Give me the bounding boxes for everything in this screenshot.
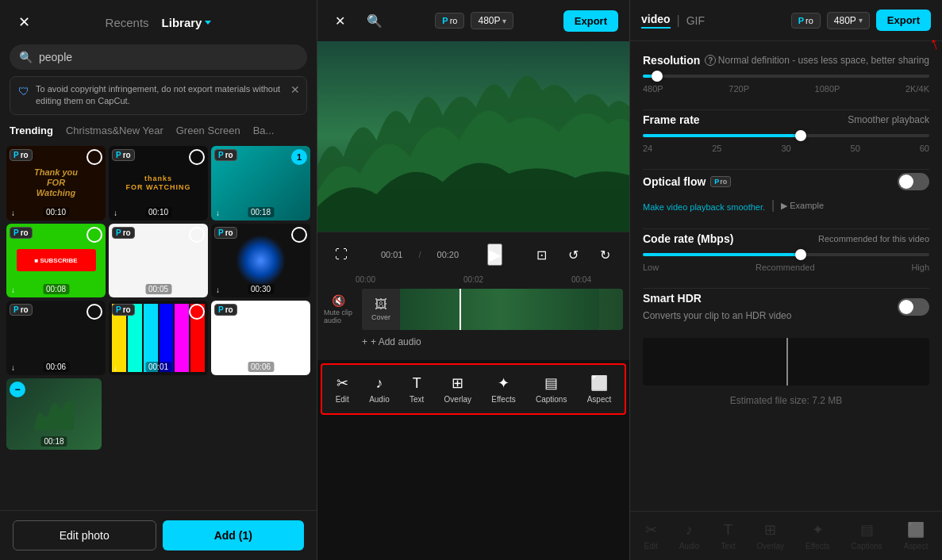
framerate-description: Smoother playback <box>848 114 929 125</box>
tab-library-dropdown[interactable]: Library <box>162 16 212 29</box>
resolution-slider[interactable] <box>643 75 929 78</box>
quality-selector[interactable]: 480P ▾ <box>827 12 870 29</box>
edit-photo-button[interactable]: Edit photo <box>13 520 156 550</box>
tab-library[interactable]: Library <box>162 16 202 29</box>
scissors-icon-disabled: ✂ <box>645 521 657 539</box>
example-link[interactable]: ▶ Example <box>781 201 824 211</box>
list-item[interactable]: Pro 1 ↓ 00:18 <box>211 146 310 221</box>
pro-badge: Pro <box>791 13 821 29</box>
export-tabs: video | GIF <box>641 13 705 29</box>
tab-gif[interactable]: GIF <box>686 14 705 27</box>
select-circle[interactable] <box>87 227 102 243</box>
divider-2 <box>643 169 929 170</box>
select-circle[interactable] <box>291 227 307 243</box>
list-item[interactable]: Pro ↓ 00:01 <box>109 301 208 375</box>
tool-text-disabled: T Text <box>716 519 740 554</box>
copy-button[interactable]: ⊡ <box>531 244 553 266</box>
export-button[interactable]: Export <box>563 10 618 32</box>
expand-button[interactable]: ⛶ <box>330 244 352 266</box>
add-button[interactable]: Add (1) <box>163 520 305 550</box>
select-circle[interactable] <box>189 227 205 243</box>
list-item[interactable]: Pro ↓ 00:05 <box>109 224 208 298</box>
list-item[interactable]: Pro ↓ 00:06 <box>6 301 106 375</box>
code-rate-thumb[interactable] <box>795 249 806 260</box>
search-bar[interactable]: 🔍 <box>10 44 307 70</box>
library-panel: ✕ Recents Library 🔍 🛡 To avoid copyright… <box>0 0 317 560</box>
overlay-label-disabled: Overlay <box>757 542 784 550</box>
mute-icon[interactable]: 🔇 <box>332 294 345 307</box>
effects-icon-disabled: ✦ <box>812 521 824 539</box>
smart-hdr-toggle[interactable] <box>898 298 929 316</box>
time-marker-0: 00:00 <box>356 275 375 284</box>
download-icon: ↓ <box>113 363 117 372</box>
copyright-close-button[interactable]: ✕ <box>290 83 300 96</box>
undo-redo: ⊡ ↺ ↻ <box>531 244 617 266</box>
download-icon: ↓ <box>113 286 117 294</box>
code-rate-labels: Low Recommended High <box>643 263 929 272</box>
divider-1 <box>643 109 929 110</box>
tool-edit[interactable]: ✂ Edit <box>331 371 354 407</box>
resolution-info-icon[interactable]: ? <box>705 55 716 66</box>
tool-captions[interactable]: ▤ Captions <box>531 371 571 407</box>
add-audio-label: + Add audio <box>371 336 421 347</box>
list-item[interactable]: ■ SUBSCRIBE Pro ↓ 00:08 <box>6 224 106 298</box>
search-button[interactable]: 🔍 <box>363 10 386 32</box>
tab-video[interactable]: video <box>641 13 671 29</box>
tool-audio[interactable]: ♪ Audio <box>364 372 394 407</box>
tool-text[interactable]: T Text <box>405 372 429 407</box>
resolution-header: Resolution ? Normal definition - uses le… <box>643 54 929 67</box>
close-button[interactable]: ✕ <box>329 10 351 32</box>
video-track-strip[interactable]: 🖼 Cover + <box>362 289 623 330</box>
list-item[interactable]: Pro ↓ 00:06 <box>211 301 310 375</box>
download-icon: ↓ <box>216 209 220 217</box>
redo-button[interactable]: ↻ <box>594 244 617 266</box>
list-item[interactable]: − 00:18 <box>6 378 102 450</box>
tool-effects[interactable]: ✦ Effects <box>486 371 520 407</box>
res-720p: 720P <box>729 84 749 94</box>
cover-block[interactable]: 🖼 Cover <box>362 289 400 330</box>
cat-more[interactable]: Ba... <box>253 125 275 136</box>
undo-button[interactable]: ↺ <box>563 244 585 266</box>
cat-green-screen[interactable]: Green Screen <box>176 125 240 136</box>
framerate-thumb[interactable] <box>795 130 806 141</box>
resolution-thumb[interactable] <box>652 71 663 82</box>
select-circle[interactable] <box>87 149 102 165</box>
optical-flow-title: Optical flow Pro <box>643 175 731 188</box>
framerate-slider[interactable] <box>643 134 929 137</box>
duration-badge: 00:18 <box>40 436 67 447</box>
list-item[interactable]: Thank youFORWatching Pro ↓ 00:10 <box>6 146 106 221</box>
tool-edit-label: Edit <box>336 395 349 404</box>
export-settings-content: Resolution ? Normal definition - uses le… <box>630 41 942 511</box>
cat-trending[interactable]: Trending <box>10 125 53 136</box>
framerate-title: Frame rate <box>643 113 700 126</box>
list-item[interactable]: thanksFOR WATCHING Pro ↓ 00:10 <box>109 146 208 221</box>
remove-badge[interactable]: − <box>10 382 25 397</box>
mute-clip-label: Mute clipaudio <box>324 309 352 324</box>
export-button[interactable]: Export <box>876 10 931 31</box>
duration-badge: 00:08 <box>43 284 69 294</box>
optical-flow-toggle[interactable] <box>898 173 929 190</box>
copyright-banner: 🛡 To avoid copyright infringement, do no… <box>10 76 307 115</box>
cat-christmas[interactable]: Christmas&New Year <box>66 125 163 136</box>
pro-badge: Pro <box>112 149 135 161</box>
close-button[interactable]: ✕ <box>13 11 35 33</box>
resolution-title: Resolution ? <box>643 54 716 67</box>
tool-aspect[interactable]: ⬜ Aspect <box>583 371 617 407</box>
search-icon: 🔍 <box>19 51 33 63</box>
duration-badge: 00:06 <box>248 362 274 372</box>
category-tabs: Trending Christmas&New Year Green Screen… <box>0 121 317 143</box>
add-audio-row[interactable]: + + Add audio <box>324 333 623 351</box>
tool-overlay[interactable]: ⊞ Overlay <box>440 371 476 407</box>
select-circle[interactable] <box>189 149 205 165</box>
tab-recents[interactable]: Recents <box>106 16 149 29</box>
quality-selector[interactable]: 480P ▾ <box>471 12 513 29</box>
search-input[interactable] <box>39 51 298 63</box>
code-rate-slider[interactable] <box>643 253 929 256</box>
smart-hdr-info: Smart HDR Converts your clip to an HDR v… <box>643 292 791 322</box>
play-button[interactable]: ▶ <box>487 244 502 266</box>
list-item[interactable]: Pro ↓ 00:30 <box>211 224 310 298</box>
editor-header-center: Pro 480P ▾ <box>435 12 513 29</box>
fps-24: 24 <box>643 144 652 153</box>
optical-flow-description: Make video playback smoother. <box>643 202 765 212</box>
tool-text-label: Text <box>409 395 424 404</box>
